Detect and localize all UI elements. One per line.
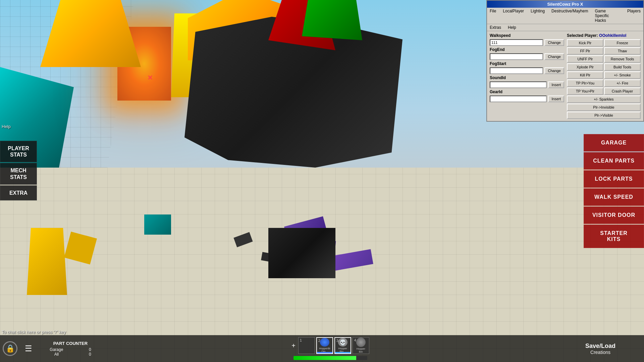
slot-4-icon (356, 338, 366, 347)
hotbar-plus-icon[interactable]: + (291, 342, 296, 350)
garage-counter-label: Garage (50, 347, 63, 352)
player-stats-button[interactable]: PLAYER STATS (0, 141, 37, 162)
panel-body: Walkspeed Change FogEnd Change FogStart … (487, 31, 643, 121)
walkspeed-input[interactable] (490, 39, 543, 46)
help-text-topleft: Help (2, 124, 11, 129)
lock-icon[interactable]: 🔒 (3, 341, 17, 356)
clean-parts-button[interactable]: CLEAN PARTS (584, 152, 644, 170)
garage-count-value: 0 (89, 347, 91, 352)
soundid-label: SoundId (490, 75, 513, 80)
green-decor (302, 0, 362, 40)
walkspeed-row: Walkspeed (490, 33, 564, 38)
tp-you-plr-btn[interactable]: TP You>Plr (567, 87, 603, 95)
menu-file[interactable]: File (488, 8, 497, 23)
slot-3-num: 3 (336, 339, 338, 343)
fogend-input-row: Change (490, 53, 564, 60)
fogend-label: FogEnd (490, 47, 513, 52)
all-counter-label: All (50, 352, 63, 357)
kill-plr-btn[interactable]: Kill Plr (567, 71, 603, 79)
slot-1-num: 1 (300, 338, 302, 342)
save-load-area[interactable]: Save/Load Creations (557, 343, 644, 355)
hotbar: + 1 2 HopperBi Din... 3 💀 Hopper Bin... (291, 337, 369, 354)
slot-2-bar (317, 352, 332, 353)
panel-title: SilentCowz Pro X (547, 2, 583, 7)
menu-players[interactable]: Players (626, 8, 642, 23)
build-tools-btn[interactable]: Build Tools (604, 63, 641, 71)
hamburger-area: ☰ (20, 344, 37, 353)
yellow-ground-1 (27, 228, 67, 295)
crash-player-btn[interactable]: Crash Player (604, 87, 641, 95)
health-bar (293, 356, 356, 360)
gearid-input-row: Insert (490, 96, 564, 102)
fogstart-row: FogStart (490, 61, 564, 66)
menu-game-specific[interactable]: Game Specific Hacks (593, 8, 622, 23)
walkspeed-label: Walkspeed (490, 33, 513, 38)
slot-4-label: Hopper Bin (357, 348, 365, 354)
sparkles-btn[interactable]: +/- Sparkles (567, 96, 641, 103)
thaw-btn[interactable]: Thaw (604, 47, 641, 55)
gearid-insert-btn[interactable]: Insert (548, 96, 564, 102)
starter-kits-button[interactable]: STARTER KITS (584, 225, 644, 248)
save-load-sub: Creations (557, 350, 644, 355)
teal-scatter (144, 215, 171, 235)
hotbar-slot-3[interactable]: 3 💀 Hopper Bin... (334, 337, 351, 354)
visitor-door-button[interactable]: VISITOR DOOR (584, 206, 644, 224)
hotbar-slot-2[interactable]: 2 HopperBi Din... (316, 337, 333, 354)
all-count-value: 0 (89, 352, 91, 357)
mech-stats-button[interactable]: MECH STATS (0, 163, 37, 184)
hamburger-menu-icon[interactable]: ☰ (25, 344, 32, 353)
soundid-insert-btn[interactable]: Insert (548, 81, 564, 88)
fogstart-input-row: Change (490, 67, 564, 74)
freeze-btn[interactable]: Freeze (604, 39, 641, 47)
fire-btn[interactable]: +/- Fire (604, 79, 641, 87)
menu-extras[interactable]: Extras (488, 25, 502, 30)
menu-destructive[interactable]: Destructive/Mayhem (550, 8, 589, 23)
ff-plr-btn[interactable]: FF Plr (567, 47, 603, 55)
extra-button[interactable]: EXTRA (0, 185, 37, 200)
part-counter-title: PART COUNTER (37, 341, 104, 346)
crosshair: ✕ (146, 74, 154, 82)
plr-visible-btn[interactable]: Plr->Visible (567, 112, 641, 119)
soundid-row: SoundId (490, 75, 564, 80)
health-area: + 1 2 HopperBi Din... 3 💀 Hopper Bin... (104, 337, 557, 360)
unff-plr-btn[interactable]: UNFF Plr (567, 55, 603, 63)
chat-hint[interactable]: To chat click here or press "/" key (2, 329, 66, 335)
menu-lighting[interactable]: Lighting (529, 8, 546, 23)
fogend-input[interactable] (490, 53, 543, 60)
slot-3-bar (335, 352, 351, 353)
panel-left-col: Walkspeed Change FogEnd Change FogStart … (490, 33, 564, 119)
save-load-title: Save/Load (557, 343, 644, 350)
garage-button[interactable]: GARAGE (584, 134, 644, 152)
slot-4-num: 4 (354, 338, 356, 342)
smoke-btn[interactable]: +/- Smoke (604, 71, 641, 79)
fogstart-input[interactable] (490, 67, 543, 74)
xplode-plr-btn[interactable]: Xplode Plr (567, 63, 603, 71)
tp-plr-you-btn[interactable]: TP Plr>You (567, 79, 603, 87)
soundid-input[interactable] (490, 81, 547, 88)
fogend-change-btn[interactable]: Change (544, 53, 564, 60)
walk-speed-button[interactable]: WALK SPEED (584, 188, 644, 206)
walkspeed-input-row: Change (490, 39, 564, 46)
part-counter: PART COUNTER Garage All 0 0 (37, 341, 104, 357)
gearid-input[interactable] (490, 96, 547, 102)
bottom-bar: 🔒 ☰ PART COUNTER Garage All 0 0 + 1 (0, 335, 644, 362)
right-sidebar: GARAGE CLEAN PARTS LOCK PARTS WALK SPEED… (584, 134, 644, 249)
panel-right-col: Selected Player: OOohkillemlol Kick Plr … (567, 33, 641, 119)
selected-player-header: Selected Player: OOohkillemlol (567, 33, 641, 38)
plr-invisible-btn[interactable]: Plr->Invisible (567, 104, 641, 111)
kick-plr-btn[interactable]: Kick Plr (567, 39, 603, 47)
panel-titlebar: SilentCowz Pro X (487, 1, 643, 8)
lock-parts-button[interactable]: LOCK PARTS (584, 170, 644, 188)
gearid-row: GearId (490, 89, 564, 94)
hotbar-slot-4[interactable]: 4 Hopper Bin (353, 337, 369, 354)
fogstart-change-btn[interactable]: Change (544, 67, 564, 74)
hotbar-slot-1[interactable]: 1 (298, 337, 315, 354)
menu-help[interactable]: Help (506, 25, 518, 30)
walkspeed-change-btn[interactable]: Change (544, 39, 564, 46)
slot-2-icon (320, 338, 329, 347)
action-grid: Kick Plr Freeze FF Plr Thaw UNFF Plr Rem… (567, 39, 641, 119)
lock-icon-area: 🔒 (0, 341, 20, 356)
slot-2-num: 2 (318, 339, 320, 343)
remove-tools-btn[interactable]: Remove Tools (604, 55, 641, 63)
menu-local-player[interactable]: LocalPlayer (501, 8, 525, 23)
